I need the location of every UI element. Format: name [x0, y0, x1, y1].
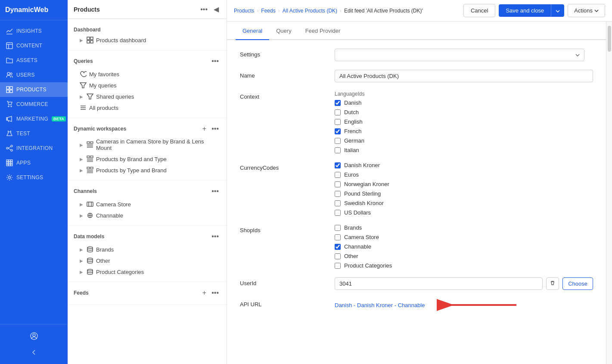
shop-product-categories-checkbox[interactable]	[335, 263, 341, 269]
shop-brands-checkbox[interactable]	[335, 225, 341, 231]
lang-french-checkbox[interactable]	[335, 128, 341, 134]
lang-danish[interactable]: Danish	[335, 100, 593, 106]
currency-pound-sterling[interactable]: Pound Sterling	[335, 190, 593, 197]
feeds-add-button[interactable]: +	[201, 288, 208, 298]
api-url-control: Danish - Danish Kroner - Channable	[335, 299, 593, 311]
shop-other[interactable]: Other	[335, 253, 593, 259]
sidebar-item-my-favorites[interactable]: My favorites	[68, 68, 227, 80]
dw-more-button[interactable]: •••	[210, 124, 221, 134]
currency-us-dollars-checkbox[interactable]	[335, 210, 341, 216]
breadcrumb-all-active[interactable]: All Active Products (DK)	[283, 8, 337, 14]
breadcrumb-products[interactable]: Products	[234, 8, 254, 14]
heart-icon	[80, 71, 87, 78]
shop-brands[interactable]: Brands	[335, 224, 593, 231]
currency-row: CurrencyCodes Danish Kroner Euros	[240, 162, 593, 216]
svg-rect-18	[6, 160, 8, 162]
tab-feed-provider[interactable]: Feed Provider	[298, 22, 348, 40]
sidebar-collapse-button[interactable]: ◀	[212, 4, 221, 14]
sidebar-item-product-categories[interactable]: ▶ Product Categories	[68, 266, 227, 277]
sidebar-item-marketing[interactable]: MARKETING BETA	[0, 112, 68, 126]
lang-french[interactable]: French	[335, 128, 593, 134]
user-id-choose-button[interactable]: Choose	[562, 277, 593, 290]
save-dropdown-button[interactable]	[551, 4, 564, 17]
user-id-input[interactable]	[335, 277, 543, 290]
sidebar-item-commerce[interactable]: COMMERCE	[0, 97, 68, 112]
channels-more-button[interactable]: •••	[210, 187, 221, 196]
sidebar-item-insights[interactable]: INSIGHTS	[0, 24, 68, 38]
currency-norwegian-kroner[interactable]: Norwegian Kroner	[335, 181, 593, 187]
user-id-clear-button[interactable]	[546, 277, 559, 290]
sidebar-item-camera-store[interactable]: ▶ Camera Store	[68, 199, 227, 210]
nav-back-icon[interactable]	[0, 344, 68, 361]
language-checkbox-group: Danish Dutch English	[335, 100, 593, 153]
shop-channable[interactable]: Channable	[335, 243, 593, 250]
api-url-link[interactable]: Danish - Danish Kroner - Channable	[335, 302, 425, 308]
lang-german-checkbox[interactable]	[335, 138, 341, 144]
lang-italian[interactable]: Italian	[335, 147, 593, 153]
sidebar-item-apps[interactable]: APPS	[0, 156, 68, 170]
lang-dutch[interactable]: Dutch	[335, 109, 593, 115]
shop-camera-store[interactable]: Camera Store	[335, 234, 593, 240]
user-id-input-group: Choose	[335, 277, 593, 290]
sidebar-item-settings[interactable]: SETTINGS	[0, 170, 68, 185]
dw-add-button[interactable]: +	[201, 124, 208, 134]
breadcrumb-feeds[interactable]: Feeds	[261, 8, 275, 14]
lang-italian-checkbox[interactable]	[335, 147, 341, 153]
settings-select[interactable]	[335, 49, 584, 61]
svg-marker-35	[87, 94, 93, 99]
shop-other-checkbox[interactable]	[335, 253, 341, 259]
currency-euros[interactable]: Euros	[335, 171, 593, 178]
currency-pound-sterling-checkbox[interactable]	[335, 191, 341, 197]
queries-more-button[interactable]: •••	[210, 56, 221, 66]
right-scrollbar[interactable]	[606, 22, 612, 364]
sidebar-item-products[interactable]: PRODUCTS	[0, 82, 68, 97]
cancel-button[interactable]: Cancel	[463, 4, 495, 17]
shop-product-categories[interactable]: Product Categories	[335, 262, 593, 269]
sidebar-item-test[interactable]: TEST	[0, 126, 68, 141]
currency-danish-kroner[interactable]: Danish Kroner	[335, 162, 593, 168]
name-input[interactable]	[335, 70, 593, 82]
currency-swedish-kronor[interactable]: Swedish Kronor	[335, 200, 593, 206]
shop-channable-checkbox[interactable]	[335, 244, 341, 250]
sidebar-item-products-brand-type[interactable]: ▶ Products by Brand and Type	[68, 153, 227, 165]
sidebar-item-shared-queries[interactable]: ▶ Shared queries	[68, 91, 227, 102]
shop-camera-store-checkbox[interactable]	[335, 234, 341, 240]
sidebar-more-button[interactable]: •••	[199, 5, 209, 14]
sidebar-item-brands[interactable]: ▶ Brands	[68, 244, 227, 255]
currency-swedish-kronor-checkbox[interactable]	[335, 200, 341, 206]
nav-user-icon[interactable]	[0, 328, 68, 344]
sidebar-item-products-dashboard[interactable]: ▶ Products dashboard	[68, 34, 227, 46]
tab-general[interactable]: General	[236, 22, 269, 40]
sidebar-item-users[interactable]: USERS	[0, 68, 68, 82]
settings-row: Settings	[240, 49, 593, 61]
currency-danish-kroner-checkbox[interactable]	[335, 162, 341, 168]
content-area: General Query Feed Provider Settings	[227, 22, 612, 364]
sidebar-item-channable[interactable]: ▶ Channable	[68, 210, 227, 221]
lang-dutch-checkbox[interactable]	[335, 109, 341, 115]
lang-german[interactable]: German	[335, 137, 593, 144]
sidebar-item-integration[interactable]: INTEGRATION	[0, 141, 68, 156]
lang-english[interactable]: English	[335, 118, 593, 125]
right-scrollbar-thumb[interactable]	[608, 26, 611, 52]
tab-query[interactable]: Query	[269, 22, 298, 40]
expand-icon: ▶	[80, 168, 84, 173]
currency-us-dollars[interactable]: US Dollars	[335, 209, 593, 216]
currency-euros-checkbox[interactable]	[335, 172, 341, 178]
sidebar-item-my-queries[interactable]: My queries	[68, 80, 227, 91]
lang-english-checkbox[interactable]	[335, 119, 341, 125]
lang-danish-checkbox[interactable]	[335, 100, 341, 106]
svg-rect-54	[87, 202, 93, 206]
save-close-button[interactable]: Save and close	[499, 4, 551, 17]
sidebar-item-cameras-brand[interactable]: ▶ Cameras in Camera Store by Brand & Len…	[68, 136, 227, 153]
sidebar-item-other[interactable]: ▶ Other	[68, 255, 227, 266]
actions-button[interactable]: Actions	[568, 4, 605, 17]
sidebar-item-products-type-brand[interactable]: ▶ Products by Type and Brand	[68, 165, 227, 176]
feeds-more-button[interactable]: •••	[210, 288, 221, 298]
sidebar-item-all-products[interactable]: All products	[68, 102, 227, 113]
language-ids-sublabel: LanguageIds	[335, 91, 593, 97]
sidebar-item-content[interactable]: CONTENT	[0, 38, 68, 53]
currency-norwegian-kroner-checkbox[interactable]	[335, 181, 341, 187]
svg-point-59	[87, 269, 93, 271]
sidebar-item-assets[interactable]: ASSETS	[0, 53, 68, 68]
dm-more-button[interactable]: •••	[210, 232, 221, 241]
